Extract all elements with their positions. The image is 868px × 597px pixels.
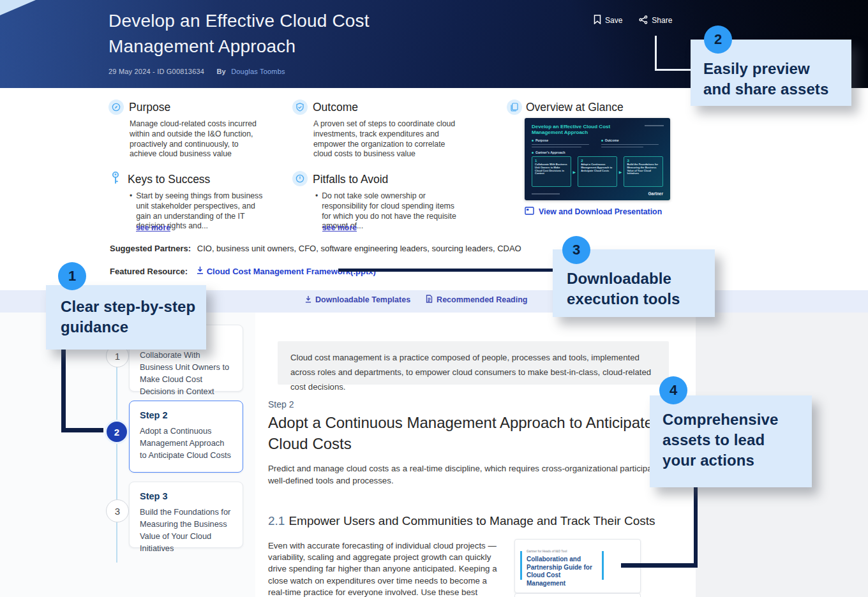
callout4-connector-horizontal: [621, 563, 698, 568]
doc-left-bar: [520, 551, 522, 580]
slide-text-bar: [601, 147, 643, 148]
step3-body: Build the Foundations for Measuring the …: [140, 506, 232, 554]
article-intro: Predict and manage cloud costs as a real…: [268, 462, 686, 487]
presentation-window-icon: [525, 207, 534, 217]
callout3-connector: [338, 269, 553, 272]
callout-3: 3 Downloadable execution tools: [553, 249, 715, 317]
article-section-heading: 2.1Empower Users and Communities to Mana…: [268, 514, 655, 528]
doc-right-bar: [602, 551, 604, 580]
callout-1-number-badge: 1: [58, 262, 86, 290]
download-icon: [197, 266, 204, 276]
tab-recommended-reading[interactable]: Recommended Reading: [426, 295, 527, 305]
callout-3-number-badge: 3: [562, 236, 590, 264]
keys-title: Keys to Success: [128, 173, 210, 186]
tab-recommended-reading-label: Recommended Reading: [437, 295, 527, 304]
callout-1-number: 1: [68, 268, 76, 284]
purpose-title: Purpose: [129, 101, 170, 114]
tab-downloadable-templates[interactable]: Downloadable Templates: [305, 295, 410, 305]
step1-number: 1: [115, 351, 120, 362]
page-title-line1: Develop an Effective Cloud Cost: [108, 8, 466, 34]
slide-outcome-label: Outcome: [605, 138, 619, 142]
step2-number-circle[interactable]: 2: [105, 420, 129, 444]
document-meta: 29 May 2024 - ID G00813634 By Douglas To…: [108, 68, 285, 75]
featured-resource-row: Featured Resource: Cloud Cost Management…: [110, 266, 376, 276]
section-title: Empower Users and Communities to Manage …: [288, 514, 655, 527]
by-label: By: [216, 68, 225, 75]
purpose-icon: [108, 100, 124, 115]
next-document-thumbnail-edge: [514, 593, 641, 597]
step3-number: 3: [115, 506, 120, 517]
pitfalls-see-more-link[interactable]: see more: [322, 223, 357, 232]
corner-wedge-decoration: [0, 0, 36, 15]
document-icon: [426, 295, 433, 305]
slide-approach-label: Gartner's Approach: [535, 151, 565, 154]
definition-quote-text: Cloud cost management is a practice comp…: [290, 350, 656, 394]
slide-text-bar: [532, 144, 589, 145]
slide-arrow-icon: ▶: [619, 170, 622, 174]
keys-see-more-link[interactable]: see more: [136, 223, 170, 232]
callout2-connector-vertical: [655, 36, 657, 71]
doc-kicker: Gartner for Heads of I&O Tool: [527, 550, 567, 553]
keys-icon: [110, 171, 121, 188]
page-title-line2: Management Approach: [108, 34, 466, 59]
suggested-partners-label: Suggested Partners:: [110, 244, 191, 253]
slide-text-bar: [532, 147, 581, 148]
callout-1-text: Clear step-by-step guidance: [61, 297, 196, 337]
slide-outcome-dot: [601, 140, 603, 142]
overview-glance-icon: [507, 100, 522, 115]
slide-box2-title: Adopt a Continuous Management Approach t…: [581, 163, 614, 172]
callout-4: 4 Comprehensive assets to lead your acti…: [650, 395, 812, 487]
step2-heading: Step 2: [140, 410, 232, 420]
author-link[interactable]: Douglas Toombs: [231, 68, 285, 75]
view-download-presentation-link[interactable]: View and Download Presentation: [525, 207, 662, 217]
callout-2-number-badge: 2: [704, 26, 732, 54]
bookmark-icon: [594, 15, 601, 26]
slide-brand-logo: Gartner: [648, 191, 663, 196]
page-title: Develop an Effective Cloud Cost Manageme…: [108, 8, 466, 59]
callout-4-number-badge: 4: [659, 376, 687, 404]
page: Develop an Effective Cloud Cost Manageme…: [0, 0, 868, 597]
step2-body: Adopt a Continuous Management Approach t…: [140, 425, 232, 461]
callout-2-text: Easily preview and share assets: [703, 59, 841, 100]
share-button[interactable]: Share: [639, 15, 672, 26]
slide-columns: Purpose Outcome: [532, 138, 663, 147]
view-download-presentation-label: View and Download Presentation: [539, 207, 662, 216]
slide-step-boxes: 1 Collaborate With Business Unit Owners …: [532, 156, 663, 187]
callout-2: 2 Easily preview and share assets: [691, 40, 851, 106]
step2-number: 2: [114, 427, 119, 438]
save-button[interactable]: Save: [594, 15, 622, 26]
slide-approach-dot: [532, 152, 534, 154]
callout1-connector-vertical: [61, 348, 66, 432]
article-step-title: Adopt a Continuous Management Approach t…: [268, 412, 682, 454]
slide-step-box-1: 1 Collaborate With Business Unit Owners …: [532, 156, 571, 187]
suggested-partners-value: CIO, business unit owners, CFO, software…: [197, 244, 521, 253]
outcome-title: Outcome: [313, 101, 358, 114]
callout1-connector-horizontal: [61, 428, 103, 432]
callout4-connector-vertical: [694, 486, 698, 566]
section-number: 2.1: [268, 514, 285, 527]
slide-text-bar: [601, 144, 659, 145]
step-card-2-active[interactable]: Step 2 Adopt a Continuous Management App…: [129, 401, 243, 473]
step-card-3[interactable]: Step 3 Build the Foundations for Measuri…: [129, 482, 243, 548]
slide-purpose-label: Purpose: [535, 138, 548, 142]
callout-3-text: Downloadable execution tools: [567, 269, 704, 309]
presentation-thumbnail[interactable]: Develop an Effective Cloud Cost Manageme…: [525, 118, 670, 200]
step3-heading: Step 3: [140, 491, 232, 501]
pitfalls-icon: [292, 171, 308, 186]
slide-copyright-bar: [532, 193, 560, 195]
doc-title: Collaboration and Partnership Guide for …: [527, 556, 598, 587]
step3-number-circle[interactable]: 3: [106, 499, 129, 522]
slide-box3-title: Build the Foundations for Measuring the …: [627, 163, 660, 175]
tab-downloadable-templates-label: Downloadable Templates: [315, 295, 410, 304]
slide-box1-title: Collaborate With Business Unit Owners to…: [535, 163, 568, 175]
pitfalls-title: Pitfalls to Avoid: [313, 173, 388, 186]
slide-title: Develop an Effective Cloud Cost Manageme…: [532, 124, 632, 135]
tab-bar: Downloadable Templates Recommended Readi…: [305, 295, 528, 305]
suggested-partners-row: Suggested Partners: CIO, business unit o…: [110, 244, 521, 253]
slide-header-decoration: [645, 125, 664, 126]
article-section-body: Even with accurate forecasting of indivi…: [268, 540, 499, 597]
callout-3-number: 3: [572, 242, 580, 258]
share-icon: [639, 15, 648, 26]
outcome-body: A proven set of steps to coordinate clou…: [313, 119, 459, 159]
date-and-id: 29 May 2024 - ID G00813634: [108, 68, 204, 75]
